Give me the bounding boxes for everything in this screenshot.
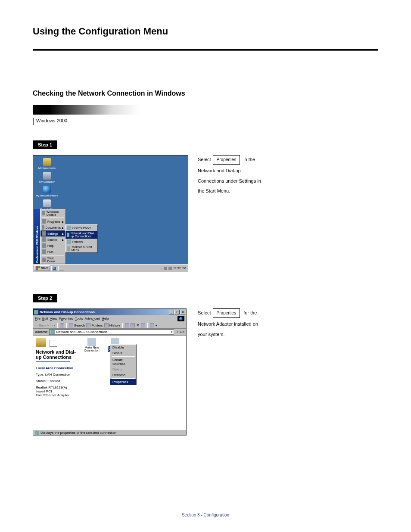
dropdown-icon[interactable]: ▾	[171, 330, 173, 334]
close-button[interactable]: ✕	[180, 310, 185, 314]
info-pane: Network and Dial-up Connections Local Ar…	[33, 336, 80, 429]
toolbar-moveto-icon[interactable]	[125, 323, 129, 327]
computer-icon	[43, 172, 51, 180]
arrow-right-icon: ⇨	[50, 324, 53, 327]
settings-icon	[42, 231, 46, 236]
label: Search	[47, 238, 57, 241]
label: Folders	[91, 324, 103, 327]
label: Taskbar & Start Menu...	[72, 246, 96, 252]
screenshot-start-menu: My Documents My Computer My Network Plac…	[33, 155, 188, 272]
toolbar-forward[interactable]: ⇨▾	[50, 324, 55, 327]
window-titlebar: Network and Dial-up Connections _ □ ✕	[33, 309, 186, 315]
desktop-icon-my-network-places[interactable]: My Network Places	[36, 186, 58, 197]
tray-icon[interactable]	[168, 267, 172, 270]
start-item-help[interactable]: Help	[40, 243, 65, 249]
settings-sub-network-connections[interactable]: Network and Dial-up Connections	[65, 231, 97, 239]
ctx-create-shortcut[interactable]: Create Shortcut	[110, 357, 136, 367]
toolbar-search[interactable]: Search	[69, 323, 85, 327]
address-bar: Address Network and Dial-up Connections …	[33, 329, 186, 336]
desktop-icon-my-computer[interactable]: My Computer	[36, 172, 58, 183]
status-icon	[35, 431, 39, 435]
globe-update-icon	[42, 211, 45, 215]
label: Programs	[47, 220, 60, 223]
label: My Documents	[38, 167, 56, 169]
run-icon	[42, 249, 46, 254]
ctx-status[interactable]: Status	[110, 350, 136, 356]
connection-wizard-icon	[87, 338, 96, 346]
ctx-rename[interactable]: Rename	[110, 372, 136, 378]
desktop-icon-my-documents[interactable]: My Documents	[36, 158, 58, 169]
start-item-settings[interactable]: Settings▶	[40, 230, 65, 236]
shutdown-icon	[42, 258, 46, 262]
context-menu: Disable Status Create Shortcut Delete Re…	[110, 344, 137, 385]
toolbar-views-icon[interactable]	[150, 323, 154, 327]
make-new-connection[interactable]: Make NewConnection	[83, 338, 100, 352]
toolbar-back[interactable]: ⇦Back▾	[35, 324, 49, 327]
subsection-label: Windows 2000	[36, 118, 67, 125]
label: Windows Update	[47, 210, 64, 216]
minimize-button[interactable]: _	[169, 310, 174, 314]
folders-icon	[86, 323, 90, 327]
printers-icon	[67, 240, 71, 244]
divider	[33, 49, 378, 51]
label: Search	[74, 324, 85, 327]
sub-bar	[33, 118, 34, 125]
menubar: File Edit View Favorites Tools Advanced …	[33, 315, 186, 322]
label: Network and Dial-up Connections	[71, 232, 96, 238]
subsection-stripe	[33, 105, 145, 115]
label: Help	[47, 244, 53, 247]
settings-sub-control-panel[interactable]: Control Panel	[65, 225, 97, 231]
folder-large-icon	[36, 338, 46, 347]
start-item-search[interactable]: Search▶	[40, 236, 65, 243]
toolbar-up[interactable]	[60, 323, 64, 327]
maximize-button[interactable]: □	[174, 310, 180, 314]
quicklaunch-desktop[interactable]	[58, 266, 64, 271]
toolbar-history[interactable]: History	[104, 323, 120, 327]
page-icon	[50, 340, 57, 347]
label: Go	[180, 330, 184, 334]
start-item-documents[interactable]: Documents▶	[40, 224, 65, 230]
start-item-programs[interactable]: Programs▶	[40, 218, 65, 224]
label: Control Panel	[72, 227, 90, 230]
label: Back	[39, 324, 47, 327]
start-item-run[interactable]: Run...	[40, 249, 65, 255]
page-title: Using the Configuration Menu	[33, 26, 378, 37]
conn-device: Realtek RTL8139(A)-based PCIFast Etherne…	[36, 386, 77, 397]
ctx-disable[interactable]: Disable	[110, 345, 136, 350]
menu-favorites[interactable]: Favorites	[59, 317, 73, 320]
window-title: Network and Dial-up Connections	[40, 310, 95, 314]
toolbar-folders[interactable]: Folders	[86, 323, 103, 327]
menu-view[interactable]: View	[50, 317, 57, 320]
page-footer: Section 3 - Configuration	[0, 513, 411, 517]
label: My Computer	[39, 180, 55, 183]
tray-icon[interactable]	[164, 267, 167, 270]
start-menu: Professional 2000 Windows Windows Update…	[34, 209, 66, 264]
address-input[interactable]: Network and Dial-up Connections ▾	[49, 330, 174, 335]
folder-up-icon	[60, 323, 64, 327]
icon-area: Make NewConnection Local AreaConnect... …	[80, 336, 186, 429]
menu-file[interactable]: File	[35, 317, 40, 320]
chevron-right-icon: ▶	[62, 226, 64, 229]
search-icon	[42, 237, 46, 242]
ie-brand-icon	[177, 316, 184, 321]
settings-sub-printers[interactable]: Printers	[65, 239, 97, 245]
chevron-right-icon: ▶	[62, 220, 64, 223]
menu-help[interactable]: Help	[102, 317, 109, 320]
ctx-properties[interactable]: Properties	[110, 379, 136, 385]
start-item-shutdown[interactable]: Shut Down...	[40, 256, 65, 264]
start-item-windows-update[interactable]: Windows Update	[40, 209, 65, 217]
quicklaunch-ie[interactable]	[51, 266, 57, 271]
history-icon	[104, 323, 109, 327]
menu-tools[interactable]: Tools	[75, 317, 83, 320]
system-tray: 11:52 PM	[162, 267, 188, 270]
settings-sub-taskbar[interactable]: Taskbar & Start Menu...	[65, 245, 97, 252]
delete-icon[interactable]: ✕	[136, 323, 140, 327]
start-button[interactable]: Start	[34, 265, 50, 271]
menu-edit[interactable]: Edit	[42, 317, 48, 320]
toolbar-undo-icon[interactable]	[141, 323, 145, 327]
go-button[interactable]: ➔Go	[176, 330, 184, 334]
menu-advanced[interactable]: Advanced	[85, 317, 100, 320]
pane-title: Network and Dial-up Connections	[36, 349, 77, 360]
toolbar-copyto-icon[interactable]	[131, 323, 135, 327]
programs-icon	[42, 219, 46, 224]
